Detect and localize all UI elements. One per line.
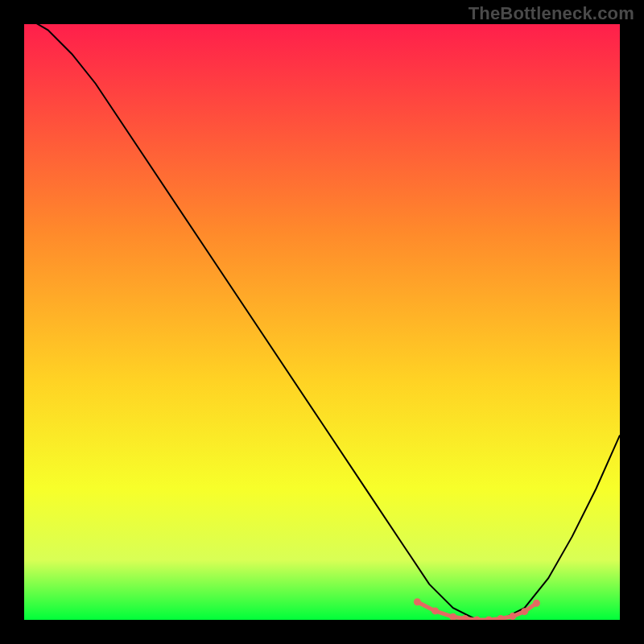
marker-dot bbox=[414, 598, 421, 605]
chart-svg bbox=[24, 24, 620, 620]
marker-dot bbox=[521, 608, 528, 615]
gradient-background bbox=[24, 24, 620, 620]
marker-dot bbox=[533, 600, 540, 607]
marker-dot bbox=[509, 613, 516, 620]
plot-area bbox=[24, 24, 620, 620]
chart-frame: TheBottleneck.com bbox=[0, 0, 644, 644]
marker-dot bbox=[431, 607, 439, 614]
watermark-text: TheBottleneck.com bbox=[469, 3, 634, 24]
